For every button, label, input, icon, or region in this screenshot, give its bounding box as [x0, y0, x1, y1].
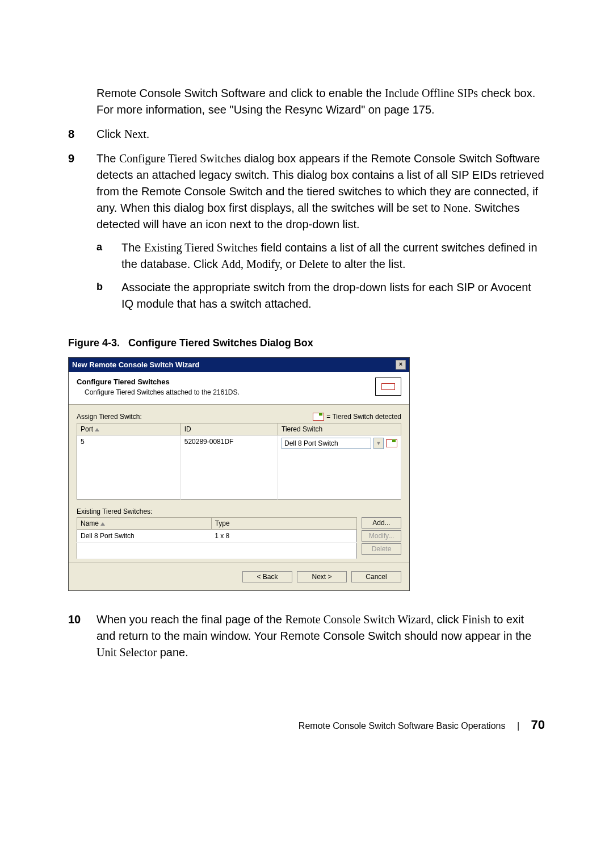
col-id[interactable]: ID	[180, 423, 278, 435]
step8-c: .	[146, 128, 150, 140]
page-footer: Remote Console Switch Software Basic Ope…	[68, 718, 545, 732]
dialog-subtitle: Configure Tiered Switches attached to th…	[77, 388, 240, 396]
step10-a: When you reach the final page of the	[96, 613, 285, 626]
close-icon[interactable]: ×	[396, 360, 406, 370]
dialog-title: New Remote Console Switch Wizard	[72, 360, 200, 369]
col-port[interactable]: Port	[77, 423, 181, 435]
assign-label: Assign Tiered Switch:	[77, 413, 142, 421]
step8-a: Click	[96, 128, 124, 140]
sort-asc-icon	[95, 428, 99, 431]
page-number: 70	[531, 718, 545, 732]
step-9: 9 The Configure Tiered Switches dialog b…	[68, 150, 545, 318]
intro-text-b: Include Offline SIPs	[385, 87, 478, 99]
legend-text: = Tiered Switch detected	[326, 413, 401, 421]
step10-g: pane.	[157, 646, 188, 659]
step8-b: Next	[124, 128, 146, 140]
step9a-b: Existing Tiered Switches	[144, 241, 258, 254]
step-8-num: 8	[68, 126, 96, 142]
step9-b: Configure Tiered Switches	[119, 152, 241, 165]
table-row[interactable]: Dell 8 Port Switch 1 x 8	[77, 530, 357, 543]
cell-type: 1 x 8	[211, 530, 356, 543]
cancel-button[interactable]: Cancel	[351, 571, 401, 582]
figure-caption: Figure 4-3. Configure Tiered Switches Di…	[68, 337, 545, 349]
existing-label: Existing Tiered Switches:	[77, 508, 401, 515]
dialog-header: Configure Tiered Switches Configure Tier…	[69, 372, 409, 405]
step-10-num: 10	[68, 611, 96, 661]
step-9-num: 9	[68, 150, 96, 318]
col-port-label: Port	[81, 425, 93, 433]
dialog-titlebar[interactable]: New Remote Console Switch Wizard ×	[69, 358, 409, 372]
legend: = Tiered Switch detected	[313, 413, 401, 421]
step10-d: Finish	[462, 613, 490, 626]
sort-asc-icon	[100, 522, 105, 526]
step9b-text: Associate the appropriate switch from th…	[121, 279, 545, 312]
col-name-label: Name	[81, 519, 99, 527]
step9a-g: to alter the list.	[329, 258, 406, 270]
existing-table: Name Type Dell 8 Port Switch 1 x 8	[77, 517, 357, 559]
back-button[interactable]: < Back	[242, 571, 292, 582]
dialog-heading: Configure Tiered Switches	[77, 378, 240, 386]
step9a-f: Delete	[299, 258, 329, 270]
col-type[interactable]: Type	[211, 518, 356, 530]
step9a-e: or	[283, 258, 299, 270]
step9a-d: Add, Modify,	[221, 258, 283, 270]
step-10: 10 When you reach the final page of the …	[68, 611, 545, 661]
footer-separator: |	[517, 721, 519, 731]
tiered-switch-icon	[313, 413, 324, 421]
intro-text-a: Remote Console Switch Software and click…	[96, 87, 385, 99]
step10-c: , click	[430, 613, 462, 626]
tiered-switch-detected-icon	[386, 439, 397, 447]
assign-table: Port ID Tiered Switch 5 520289-0081DF De…	[77, 423, 401, 500]
modify-button[interactable]: Modify...	[362, 530, 401, 542]
step9-a: The	[96, 152, 119, 165]
cell-name: Dell 8 Port Switch	[77, 530, 212, 543]
step9b-letter: b	[96, 279, 121, 312]
figure-caption-a: Figure 4-3.	[68, 337, 120, 349]
figure-caption-b: Configure Tiered Switches Dialog Box	[128, 337, 313, 349]
table-row: 5 520289-0081DF Dell 8 Port Switch ▼	[77, 435, 401, 452]
step10-b: Remote Console Switch Wizard	[285, 613, 430, 626]
tiered-switch-select[interactable]: Dell 8 Port Switch	[282, 438, 371, 449]
cell-id: 520289-0081DF	[180, 435, 278, 452]
switch-icon	[375, 378, 401, 396]
footer-text: Remote Console Switch Software Basic Ope…	[299, 721, 506, 731]
step9a-letter: a	[96, 240, 121, 272]
step10-f: Unit Selector	[96, 646, 157, 659]
step-8: 8 Click Next.	[68, 126, 545, 142]
step9-d: None	[443, 202, 468, 214]
delete-button[interactable]: Delete	[362, 543, 401, 555]
step9a-a: The	[121, 241, 144, 254]
col-name[interactable]: Name	[77, 518, 212, 530]
intro-paragraph: Remote Console Switch Software and click…	[96, 85, 545, 118]
wizard-dialog: New Remote Console Switch Wizard × Confi…	[68, 357, 410, 591]
add-button[interactable]: Add...	[362, 517, 401, 529]
col-tiered-switch[interactable]: Tiered Switch	[278, 423, 401, 435]
cell-port: 5	[77, 435, 181, 452]
chevron-down-icon[interactable]: ▼	[373, 438, 384, 449]
next-button[interactable]: Next >	[297, 571, 347, 582]
